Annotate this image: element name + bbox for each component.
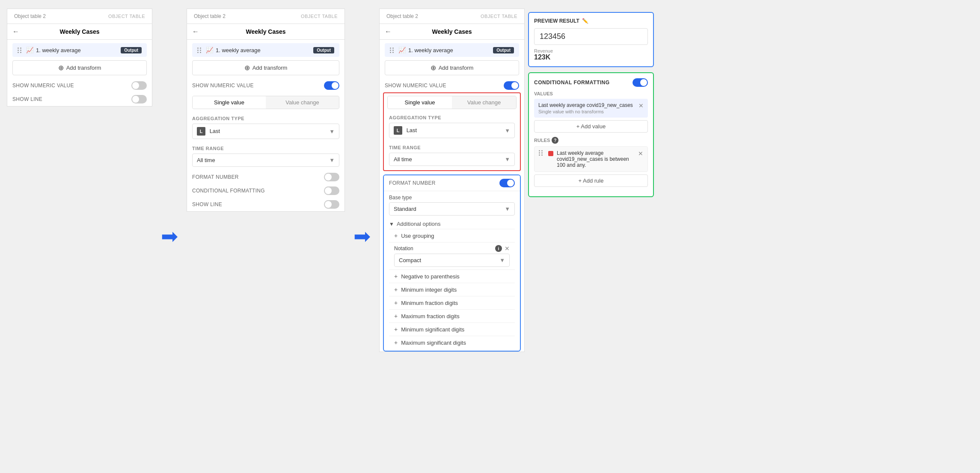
base-type-label: Base type <box>389 195 515 201</box>
panel3-numeric-toggle-row: SHOW NUMERIC VALUE <box>381 79 523 92</box>
add-value-btn[interactable]: + Add value <box>534 120 648 133</box>
panel3-metric-row: 📈 1. weekly average Output <box>385 43 519 57</box>
panel3-aggregation-label: AGGREGATION TYPE <box>386 112 518 121</box>
panel2-title-row: ← Weekly Cases <box>187 24 344 40</box>
rules-label: RULES ? <box>534 137 648 144</box>
panel1-add-transform-label: Add transform <box>66 65 101 71</box>
max-fraction-label: Maximum fraction digits <box>401 313 460 319</box>
base-type-dropdown[interactable]: Standard ▼ <box>389 202 515 216</box>
panel2-format-toggle[interactable] <box>324 173 339 181</box>
rule-color-dot <box>548 151 553 156</box>
use-grouping-label: Use grouping <box>401 233 434 239</box>
panel1-numeric-toggle-row: SHOW NUMERIC VALUE <box>7 79 152 92</box>
rule-close-icon[interactable]: ✕ <box>638 150 643 157</box>
notation-value: Compact <box>399 257 421 263</box>
panel1-header-bar: Object table 2 OBJECT TABLE <box>7 9 152 24</box>
negative-parenthesis-row[interactable]: + Negative to parenthesis <box>389 269 515 283</box>
arrow2-container: ➡ <box>345 226 379 247</box>
notation-icons: i ✕ <box>495 245 510 252</box>
notation-header: Notation i ✕ <box>394 245 510 252</box>
panel3-aggregation-value: Last <box>407 127 417 133</box>
panel1-line-toggle-row: SHOW LINE <box>7 92 152 106</box>
panel3-timerange-dropdown[interactable]: All time ▼ <box>389 153 515 166</box>
min-significant-label: Minimum significant digits <box>401 326 464 333</box>
additional-options-label: Additional options <box>397 221 441 227</box>
panel3-back-arrow[interactable]: ← <box>385 28 392 35</box>
max-fraction-row[interactable]: + Maximum fraction digits <box>389 309 515 322</box>
panel-3: Object table 2 OBJECT TABLE ← Weekly Cas… <box>379 9 525 352</box>
panel2-tab-change[interactable]: Value change <box>266 96 339 109</box>
panel1-output-badge: Output <box>121 47 142 53</box>
panel2-object-label: Object table 2 <box>194 13 226 19</box>
preview-revenue-section: Revenue 123K <box>534 48 648 61</box>
panel3-tab-single[interactable]: Single value <box>388 96 452 109</box>
min-fraction-row[interactable]: + Minimum fraction digits <box>389 296 515 309</box>
cond-header: CONDITIONAL FORMATTING <box>534 78 648 87</box>
panel2-format-toggle-row: FORMAT NUMBER <box>187 170 344 184</box>
min-integer-plus-icon: + <box>394 286 398 293</box>
min-significant-plus-icon: + <box>394 326 398 333</box>
panel-1: Object table 2 OBJECT TABLE ← Weekly Cas… <box>7 9 152 106</box>
panel2-numeric-label: SHOW NUMERIC VALUE <box>192 83 254 89</box>
panel1-add-transform-btn[interactable]: ⊕ Add transform <box>12 60 147 75</box>
panel1-line-toggle[interactable] <box>131 95 147 103</box>
panel2-add-transform-label: Add transform <box>252 65 288 71</box>
red-section-wrapper: SHOW NUMERIC VALUE Single value Value ch… <box>380 79 524 171</box>
max-significant-plus-icon: + <box>394 339 398 346</box>
panel3-timerange-label: TIME RANGE <box>386 142 518 151</box>
panel2-timerange-dropdown[interactable]: All time ▼ <box>192 154 339 167</box>
additional-options-row[interactable]: ▼ Additional options <box>389 219 515 229</box>
panel2-add-transform-btn[interactable]: ⊕ Add transform <box>192 60 339 75</box>
panel3-numeric-label: SHOW NUMERIC VALUE <box>385 83 446 89</box>
panel1-drag-handle[interactable] <box>18 47 22 53</box>
panel3-numeric-toggle[interactable] <box>504 81 519 90</box>
panel2-numeric-toggle[interactable] <box>324 81 339 90</box>
notation-dropdown[interactable]: Compact ▼ <box>394 254 510 267</box>
format-number-toggle[interactable] <box>499 179 515 187</box>
panel2-line-toggle[interactable] <box>324 200 339 209</box>
base-type-section: Base type Standard ▼ ▼ Additional option… <box>384 191 520 351</box>
panel3-drag-handle[interactable] <box>390 47 394 53</box>
panel2-header-bar: Object table 2 OBJECT TABLE <box>187 9 344 24</box>
panel1-numeric-toggle[interactable] <box>131 81 147 90</box>
notation-close-icon[interactable]: ✕ <box>505 245 510 252</box>
preview-revenue-value: 123K <box>534 53 648 61</box>
max-significant-row[interactable]: + Maximum significant digits <box>389 336 515 349</box>
min-significant-row[interactable]: + Minimum significant digits <box>389 322 515 336</box>
panel2-metric-row: 📈 1. weekly average Output <box>192 43 339 57</box>
use-grouping-plus-icon: + <box>394 232 398 239</box>
rule-drag-handle[interactable] <box>539 150 543 156</box>
panel2-cond-toggle[interactable] <box>324 186 339 195</box>
panel2-line-toggle-row: SHOW LINE <box>187 198 344 211</box>
panel1-metric-name: 1. weekly average <box>36 47 81 53</box>
value-item-close-icon[interactable]: ✕ <box>638 102 644 109</box>
panel2-back-arrow[interactable]: ← <box>192 28 199 35</box>
panel-2: Object table 2 OBJECT TABLE ← Weekly Cas… <box>187 9 345 212</box>
panel2-drag-handle[interactable] <box>197 47 202 53</box>
panel3-tab-change[interactable]: Value change <box>452 96 516 109</box>
panel3-metric-name: 1. weekly average <box>408 47 453 53</box>
panel3-aggregation-dropdown[interactable]: L Last ▼ <box>389 123 515 138</box>
use-grouping-row[interactable]: + Use grouping <box>389 229 515 242</box>
panel1-line-label: SHOW LINE <box>12 96 42 102</box>
panel1-metric-row: 📈 1. weekly average Output <box>12 43 147 57</box>
min-integer-row[interactable]: + Minimum integer digits <box>389 283 515 296</box>
panel2-aggregation-dropdown[interactable]: L Last ▼ <box>192 124 339 139</box>
add-rule-btn[interactable]: + Add rule <box>534 174 648 187</box>
panel2-object-type: OBJECT TABLE <box>301 14 338 19</box>
panel3-output-badge: Output <box>493 47 514 53</box>
panel2-numeric-toggle-row: SHOW NUMERIC VALUE <box>187 79 344 92</box>
base-type-chevron: ▼ <box>505 206 510 212</box>
conditional-formatting-box: CONDITIONAL FORMATTING VALUES Last weekl… <box>528 72 654 197</box>
panel2-cond-toggle-row: CONDITIONAL FORMATTING <box>187 184 344 198</box>
panel3-add-transform-btn[interactable]: ⊕ Add transform <box>385 60 519 75</box>
panel2-timerange-chevron: ▼ <box>329 157 335 163</box>
panel1-back-arrow[interactable]: ← <box>12 28 19 35</box>
panel1-metric-label: 📈 1. weekly average <box>18 47 81 53</box>
preview-revenue-label: Revenue <box>534 48 648 53</box>
value-item-subtitle: Single value with no transforms <box>538 109 638 114</box>
panel3-timerange-value: All time <box>394 156 412 163</box>
panel2-tab-single[interactable]: Single value <box>193 96 266 109</box>
panel1-title: Weekly Cases <box>59 28 99 35</box>
cond-formatting-toggle[interactable] <box>633 78 648 87</box>
